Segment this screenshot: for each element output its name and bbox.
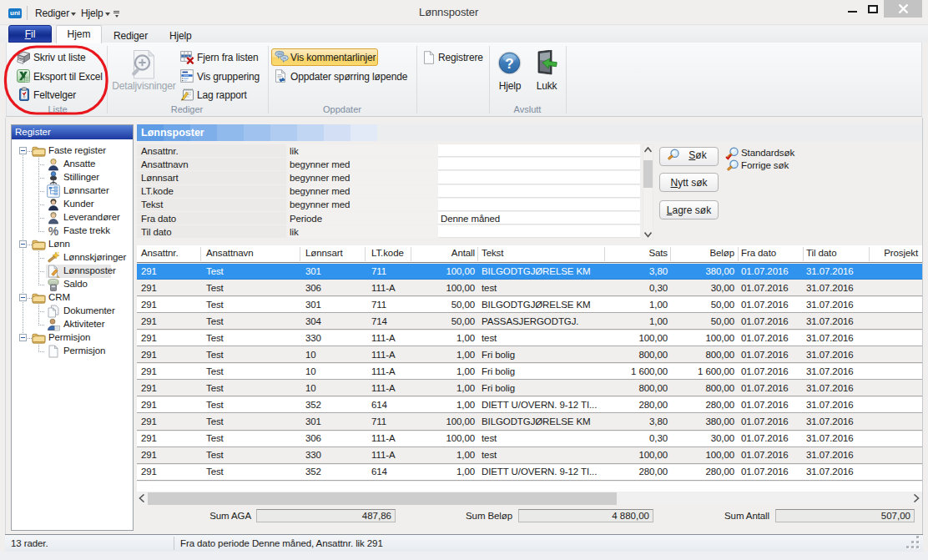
svg-text:?: ? [505, 56, 513, 72]
svg-text:%: % [48, 225, 59, 238]
